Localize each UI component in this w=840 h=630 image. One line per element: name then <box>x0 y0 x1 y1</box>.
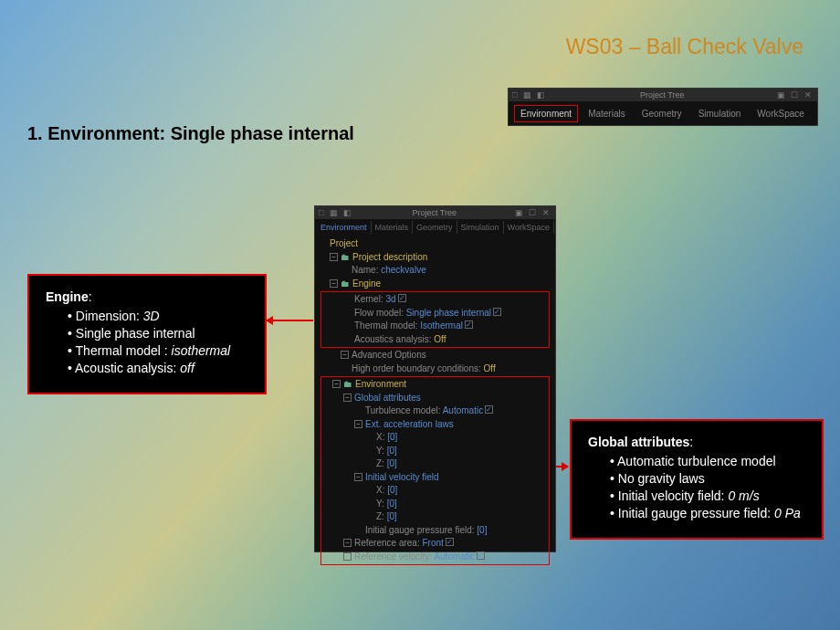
highlight-engine: Kernel: 3d Flow model: Single phase inte… <box>320 291 550 348</box>
tab-geometry[interactable]: Geometry <box>635 105 688 122</box>
collapse-icon[interactable]: − <box>343 394 352 402</box>
tab-environment[interactable]: Environment <box>317 221 372 234</box>
tree-node-global-attr[interactable]: −Global attributes <box>323 392 547 405</box>
collapse-icon[interactable]: − <box>332 380 341 388</box>
tree-node-acoustics[interactable]: Acoustics analysis: Off <box>323 333 547 347</box>
tree-node-ivf-z[interactable]: Z: [0] <box>323 510 547 524</box>
callout-value: off <box>180 361 194 375</box>
callout-item: Single phase internal <box>76 326 195 341</box>
collapse-icon[interactable]: − <box>330 253 338 261</box>
tree-node-kernel[interactable]: Kernel: 3d <box>323 293 547 307</box>
panel-titlebar: □ ▦ ◧ Project Tree ▣ ☐ ✕ <box>509 89 817 101</box>
folder-icon: 🖿 <box>341 252 350 262</box>
callout-item: Initial gauge pressure field: <box>618 506 774 520</box>
tree-node-z[interactable]: Z: [0] <box>323 457 547 471</box>
callout-item: Thermal model : <box>76 343 172 358</box>
tree-node-project-desc[interactable]: −🖿Project description <box>320 251 550 265</box>
collapse-icon[interactable]: − <box>343 539 352 547</box>
titlebar-right-icons: ▣ ☐ ✕ <box>777 90 814 100</box>
project-tree-panel: □ ▦ ◧ Project Tree ▣ ☐ ✕ Environment Mat… <box>314 205 556 552</box>
tree-node-thermal[interactable]: Thermal model: Isothermal <box>323 320 547 333</box>
tree-node-turbulence[interactable]: Turbulence model: Automatic <box>323 404 547 418</box>
callout-global-title: Global attributes <box>588 435 689 449</box>
collapse-icon[interactable]: − <box>354 420 362 428</box>
section-heading: 1. Environment: Single phase internal <box>27 123 354 144</box>
tree-node-ext-accel[interactable]: −Ext. acceleration laws <box>323 418 547 432</box>
panel-title: Project Tree <box>640 90 685 100</box>
checkbox-icon[interactable] <box>493 308 501 316</box>
callout-item: Initial velocity field: <box>618 488 729 503</box>
tab-bar: Environment Materials Geometry Simulatio… <box>509 101 817 122</box>
tree-node-flowmodel[interactable]: Flow model: Single phase internal <box>323 307 547 320</box>
callout-global-attributes: Global attributes: Automatic turbulence … <box>570 419 824 540</box>
checkbox-icon[interactable] <box>398 294 406 302</box>
folder-icon: 🖿 <box>343 379 352 389</box>
tree-node-y[interactable]: Y: [0] <box>323 445 547 458</box>
collapse-icon[interactable]: − <box>341 351 349 359</box>
checkbox-icon[interactable] <box>477 551 485 560</box>
callout-value: 0 m/s <box>728 488 759 503</box>
titlebar-left-icons: □ ▦ ◧ <box>319 208 353 217</box>
tab-workspace[interactable]: WorkSpace <box>504 221 554 234</box>
callout-item: Acoustic analysis: <box>75 361 180 375</box>
checkbox-icon[interactable] <box>465 320 473 329</box>
tab-materials[interactable]: Materials <box>372 221 414 234</box>
panel-title: Project Tree <box>412 208 457 217</box>
tab-workspace[interactable]: WorkSpace <box>751 105 811 122</box>
callout-value: 3D <box>143 309 160 323</box>
tab-environment[interactable]: Environment <box>514 105 578 122</box>
tree-node-name[interactable]: Name: checkvalve <box>320 264 550 278</box>
project-tree-panel-small: □ ▦ ◧ Project Tree ▣ ☐ ✕ Environment Mat… <box>508 88 818 126</box>
collapse-icon[interactable]: − <box>343 552 352 561</box>
callout-value: isothermal <box>172 343 231 358</box>
tree-node-ivf[interactable]: −Initial velocity field <box>323 471 547 485</box>
checkbox-icon[interactable] <box>485 405 493 414</box>
tree-node-engine[interactable]: −🖿Engine <box>320 278 550 291</box>
panel-titlebar: □ ▦ ◧ Project Tree ▣ ☐ ✕ <box>315 206 555 219</box>
tree-node-igp[interactable]: Initial gauge pressure field: [0] <box>323 524 547 538</box>
slide-title: WS03 – Ball Check Valve <box>566 35 803 59</box>
tab-bar: Environment Materials Geometry Simulatio… <box>315 219 555 234</box>
callout-item: Dimension: <box>76 309 143 323</box>
callout-engine: Engine: Dimension: 3D Single phase inter… <box>27 274 267 394</box>
tree-node-refvel[interactable]: −Reference velocity: Automatic <box>323 551 547 564</box>
tab-simulation[interactable]: Simulation <box>457 221 504 234</box>
tree-node-ivf-y[interactable]: Y: [0] <box>323 498 547 511</box>
titlebar-left-icons: □ ▦ ◧ <box>512 90 547 100</box>
tree-node-environment[interactable]: −🖿Environment <box>323 378 547 392</box>
tab-simulation[interactable]: Simulation <box>692 105 748 122</box>
tab-materials[interactable]: Materials <box>582 105 632 122</box>
tree-body: Project −🖿Project description Name: chec… <box>315 234 555 570</box>
checkbox-icon[interactable] <box>446 538 454 546</box>
folder-icon: 🖿 <box>341 278 350 289</box>
callout-value: 0 Pa <box>774 506 801 520</box>
arrow-engine <box>267 320 313 321</box>
callout-item: No gravity laws <box>618 471 705 486</box>
tree-node-project[interactable]: Project <box>320 237 550 251</box>
tree-node-refarea[interactable]: −Reference area: Front <box>323 537 547 551</box>
collapse-icon[interactable]: − <box>354 473 362 481</box>
tree-node-advanced[interactable]: −Advanced Options <box>320 349 550 362</box>
tree-node-ivf-x[interactable]: X: [0] <box>323 484 547 498</box>
callout-engine-title: Engine <box>46 289 89 304</box>
tree-node-hobc[interactable]: High order boundary conditions: Off <box>320 362 550 376</box>
callout-item: Automatic turbulence model <box>617 454 776 468</box>
titlebar-right-icons: ▣ ☐ ✕ <box>515 208 551 217</box>
collapse-icon[interactable]: − <box>330 279 338 288</box>
tree-node-x[interactable]: X: [0] <box>323 431 547 445</box>
tab-geometry[interactable]: Geometry <box>413 221 457 234</box>
highlight-global: −🖿Environment −Global attributes Turbule… <box>320 376 550 565</box>
